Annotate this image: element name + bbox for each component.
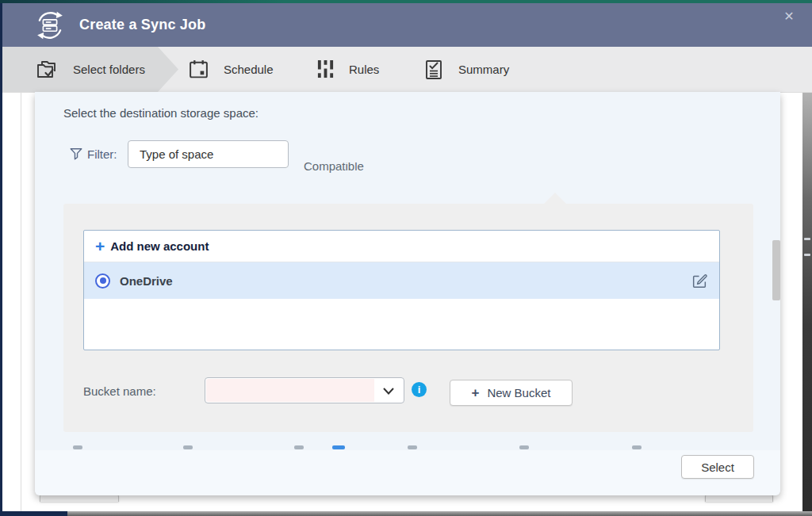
clipped-provider-icon [294, 445, 304, 449]
filter-icon [69, 147, 83, 161]
clipped-provider-icon [408, 445, 417, 449]
callout-arrow-up [544, 193, 566, 204]
new-bucket-label: New Bucket [487, 386, 550, 399]
step-label: Select folders [73, 63, 145, 76]
filter-type-input[interactable] [128, 140, 289, 168]
required-field-highlight [206, 379, 374, 402]
plus-icon: + [472, 385, 480, 401]
clipped-provider-caption: Compatible [304, 162, 364, 176]
step-summary[interactable]: Summary [423, 47, 509, 92]
plus-icon: + [95, 238, 105, 254]
clipboard-check-icon [423, 59, 444, 81]
wizard-step-bar: Select folders Schedule Rules [2, 47, 812, 93]
step-select-folders[interactable]: Select folders [35, 47, 145, 92]
dialog-title: Create a Sync Job [79, 3, 205, 47]
filter-label: Filter: [87, 147, 117, 161]
bucket-name-label: Bucket name: [83, 384, 156, 398]
edit-account-icon[interactable] [691, 272, 708, 289]
add-new-account-label: Add new account [110, 239, 209, 253]
calendar-icon [188, 59, 209, 80]
step-rules[interactable]: Rules [316, 47, 379, 92]
clipped-provider-icon [73, 445, 82, 449]
account-list: + Add new account OneDrive [83, 230, 720, 350]
select-button[interactable]: Select [681, 455, 754, 479]
clipped-provider-icon [183, 445, 193, 449]
window-edge-line [21, 92, 21, 511]
folders-check-icon [35, 58, 59, 82]
close-icon[interactable]: ✕ [780, 8, 798, 25]
clipped-provider-icon [632, 445, 642, 449]
sync-job-icon [33, 9, 67, 42]
background-page-bottom-strip [0, 511, 812, 516]
new-bucket-button[interactable]: + New Bucket [450, 380, 573, 406]
destination-storage-popup: Select the destination storage space: Fi… [35, 92, 780, 495]
popup-heading: Select the destination storage space: [63, 106, 259, 120]
vertical-scrollbar-thumb[interactable] [772, 240, 780, 300]
background-fragment [804, 254, 810, 256]
dialog-titlebar: Create a Sync Job ✕ [2, 3, 812, 47]
step-label: Schedule [224, 63, 274, 76]
background-fragment [804, 238, 810, 240]
popup-footer: Select [35, 450, 780, 495]
info-icon[interactable]: i [412, 382, 427, 397]
screen: Create a Sync Job ✕ Select folders Sche [0, 0, 812, 516]
clipped-provider-icon-selected [332, 445, 345, 449]
account-name: OneDrive [120, 274, 691, 288]
radio-selected-icon[interactable] [95, 273, 110, 289]
clipped-provider-icon [519, 445, 529, 449]
account-row-onedrive[interactable]: OneDrive [84, 262, 719, 299]
add-new-account-button[interactable]: + Add new account [84, 231, 719, 262]
sliders-icon [316, 59, 335, 80]
chevron-down-icon [383, 388, 394, 395]
bucket-name-select[interactable] [205, 377, 404, 403]
provider-detail-panel: + Add new account OneDrive Bucket name: [63, 204, 753, 432]
step-label: Summary [458, 63, 509, 76]
background-page-right-strip [802, 92, 812, 516]
step-schedule[interactable]: Schedule [188, 47, 274, 92]
step-label: Rules [349, 63, 379, 76]
